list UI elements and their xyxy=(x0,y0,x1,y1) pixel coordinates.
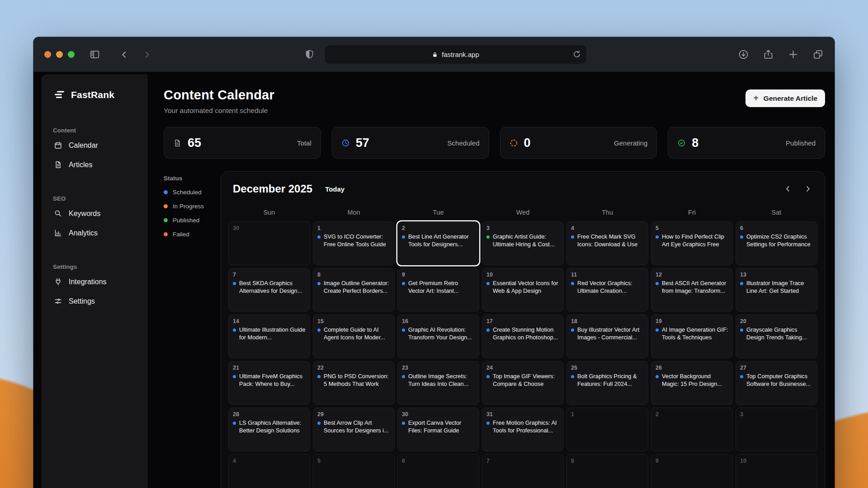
calendar-day-cell[interactable]: 5 xyxy=(313,454,395,488)
calendar-day-cell[interactable]: 10 xyxy=(736,454,817,488)
calendar-day-cell[interactable]: 23Outline Image Secrets: Turn Ideas Into… xyxy=(397,361,479,405)
stat-card-generating: 0Generating xyxy=(500,127,657,159)
share-icon[interactable] xyxy=(763,49,774,60)
calendar-day-cell[interactable]: 5How to Find Perfect Clip Art Eye Graphi… xyxy=(651,221,733,265)
calendar-event[interactable]: LS Graphics Alternative: Better Design S… xyxy=(233,419,306,434)
calendar-day-cell[interactable]: 6Optimize CS2 Graphics Settings for Perf… xyxy=(736,221,817,265)
calendar-day-cell[interactable]: 30Export Canva Vector Files: Format Guid… xyxy=(397,408,479,451)
calendar-day-cell[interactable]: 3Graphic Artist Guide: Ultimate Hiring &… xyxy=(482,221,564,265)
calendar-day-cell[interactable]: 19AI Image Generation GIF: Tools & Techn… xyxy=(651,314,733,358)
forward-button[interactable] xyxy=(142,50,152,60)
calendar-day-cell[interactable]: 25Bolt Graphics Pricing & Features: Full… xyxy=(566,361,648,405)
calendar-day-cell[interactable]: 15Complete Guide to AI Agent Icons for M… xyxy=(313,314,395,358)
close-window-button[interactable] xyxy=(44,51,51,58)
calendar-day-cell[interactable]: 18Buy Illustrator Vector Art Images - Co… xyxy=(566,314,648,358)
calendar-event[interactable]: Top Image GIF Viewers: Compare & Choose xyxy=(486,373,559,388)
sidebar-toggle-icon[interactable] xyxy=(89,49,100,60)
calendar-day-cell[interactable]: 8 xyxy=(566,454,648,488)
calendar-event[interactable]: Illustrator Image Trace Line Art: Get St… xyxy=(740,280,813,295)
calendar-day-cell[interactable]: 26Vector Background Magic: 15 Pro Design… xyxy=(651,361,733,405)
calendar-day-cell-today[interactable]: 2Best Line Art Generator Tools for Desig… xyxy=(397,221,479,265)
calendar-day-cell[interactable]: 4 xyxy=(228,454,310,488)
calendar-day-cell[interactable]: 7Best SKDA Graphics Alternatives for Des… xyxy=(228,268,310,312)
calendar-event[interactable]: Essential Vector Icons for Web & App Des… xyxy=(486,280,559,295)
calendar-event[interactable]: Red Vector Graphics: Ultimate Creation..… xyxy=(571,280,644,295)
today-button[interactable]: Today xyxy=(325,185,344,193)
calendar-day-cell[interactable]: 10Essential Vector Icons for Web & App D… xyxy=(482,268,564,312)
calendar-event[interactable]: Bolt Graphics Pricing & Features: Full 2… xyxy=(571,373,644,388)
sidebar-item-settings[interactable]: Settings xyxy=(53,291,136,311)
calendar-day-cell[interactable]: 9 xyxy=(651,454,733,488)
calendar-day-cell[interactable]: 24Top Image GIF Viewers: Compare & Choos… xyxy=(482,361,564,405)
calendar-day-cell[interactable]: 6 xyxy=(397,454,479,488)
calendar-event[interactable]: Ultimate Illustration Guide for Modern..… xyxy=(233,326,306,341)
calendar-day-cell[interactable]: 1SVG to ICO Converter: Free Online Tools… xyxy=(313,221,395,265)
calendar-event[interactable]: Free Motion Graphics: AI Tools for Profe… xyxy=(486,419,559,434)
tab-overview-icon[interactable] xyxy=(812,49,824,60)
sidebar-item-keywords[interactable]: Keywords xyxy=(53,204,136,223)
calendar-event[interactable]: SVG to ICO Converter: Free Online Tools … xyxy=(317,233,390,248)
calendar-day-cell[interactable]: 31Free Motion Graphics: AI Tools for Pro… xyxy=(482,408,564,451)
calendar-event[interactable]: Vector Background Magic: 15 Pro Design..… xyxy=(656,373,728,388)
calendar-event[interactable]: Free Check Mark SVG Icons: Download & Us… xyxy=(571,233,644,248)
legend-item-published: Published xyxy=(164,217,211,224)
calendar-day-cell[interactable]: 20Grayscale Graphics Design Trends Takin… xyxy=(736,314,817,358)
minimize-window-button[interactable] xyxy=(56,51,63,58)
calendar-event[interactable]: Complete Guide to AI Agent Icons for Mod… xyxy=(317,326,390,341)
calendar-day-cell[interactable]: 2 xyxy=(651,408,733,451)
calendar-event[interactable]: Graphic Artist Guide: Ultimate Hiring & … xyxy=(486,233,559,248)
calendar-event[interactable]: Create Stunning Motion Graphics on Photo… xyxy=(486,326,559,341)
sidebar-item-articles[interactable]: Articles xyxy=(53,155,136,174)
calendar-event[interactable]: Buy Illustrator Vector Art Images - Comm… xyxy=(571,326,644,341)
calendar-event[interactable]: Top Computer Graphics Software for Busin… xyxy=(740,373,813,388)
zoom-window-button[interactable] xyxy=(68,51,75,58)
downloads-icon[interactable] xyxy=(738,49,749,60)
calendar-event[interactable]: Get Premium Retro Vector Art: Instant... xyxy=(402,280,475,295)
calendar-event[interactable]: Export Canva Vector Files: Format Guide xyxy=(402,419,475,434)
privacy-shield-icon[interactable] xyxy=(304,49,315,60)
new-tab-icon[interactable] xyxy=(788,49,799,60)
calendar-event[interactable]: Best ASCII Art Generator from Image: Tra… xyxy=(656,280,728,295)
calendar-event[interactable]: Graphic AI Revolution: Transform Your De… xyxy=(402,326,475,341)
sidebar-item-integrations[interactable]: Integrations xyxy=(53,272,136,291)
calendar-day-cell[interactable]: 21Ultimate FiveM Graphics Pack: Where to… xyxy=(228,361,310,405)
calendar-event[interactable]: Image Outline Generator: Create Perfect … xyxy=(317,280,390,295)
calendar-day-cell[interactable]: 3 xyxy=(736,408,817,451)
reload-icon[interactable] xyxy=(572,50,581,59)
calendar-day-cell[interactable]: 8Image Outline Generator: Create Perfect… xyxy=(313,268,395,312)
back-button[interactable] xyxy=(119,50,129,60)
calendar-day-cell[interactable]: 7 xyxy=(482,454,564,488)
calendar-day-cell[interactable]: 4Free Check Mark SVG Icons: Download & U… xyxy=(566,221,648,265)
calendar-event[interactable]: Optimize CS2 Graphics Settings for Perfo… xyxy=(740,233,813,248)
sidebar-item-calendar[interactable]: Calendar xyxy=(53,136,136,155)
calendar-event[interactable]: Grayscale Graphics Design Trends Taking.… xyxy=(740,326,813,341)
calendar-event[interactable]: Outline Image Secrets: Turn Ideas Into C… xyxy=(402,373,475,388)
app-logo[interactable]: FastRank xyxy=(53,89,136,101)
calendar-day-cell[interactable]: 1 xyxy=(566,408,648,451)
calendar-event[interactable]: Best Line Art Generator Tools for Design… xyxy=(402,233,475,248)
calendar-day-cell[interactable]: 17Create Stunning Motion Graphics on Pho… xyxy=(482,314,564,358)
calendar-day-cell[interactable]: 16Graphic AI Revolution: Transform Your … xyxy=(397,314,479,358)
calendar-day-cell[interactable]: 12Best ASCII Art Generator from Image: T… xyxy=(651,268,733,312)
calendar-event[interactable]: Best SKDA Graphics Alternatives for Desi… xyxy=(233,280,306,295)
calendar-day-cell[interactable]: 28LS Graphics Alternative: Better Design… xyxy=(228,408,310,451)
calendar-day-cell[interactable]: 29Best Arrow Clip Art Sources for Design… xyxy=(313,408,395,451)
calendar-event[interactable]: PNG to PSD Conversion: 5 Methods That Wo… xyxy=(317,373,390,388)
next-month-button[interactable] xyxy=(802,183,814,195)
address-bar[interactable]: fastrank.app xyxy=(325,45,586,64)
calendar-day-cell[interactable]: 9Get Premium Retro Vector Art: Instant..… xyxy=(397,268,479,312)
calendar-day-cell[interactable]: 27Top Computer Graphics Software for Bus… xyxy=(736,361,817,405)
generate-article-button[interactable]: + Generate Article xyxy=(745,89,825,107)
calendar-day-cell[interactable]: 11Red Vector Graphics: Ultimate Creation… xyxy=(566,268,648,312)
calendar-day-cell[interactable]: 30 xyxy=(228,221,310,265)
calendar-day-cell[interactable]: 22PNG to PSD Conversion: 5 Methods That … xyxy=(313,361,395,405)
calendar-event[interactable]: AI Image Generation GIF: Tools & Techniq… xyxy=(656,326,728,341)
prev-month-button[interactable] xyxy=(782,183,794,195)
calendar-event[interactable]: Ultimate FiveM Graphics Pack: Where to B… xyxy=(233,373,306,388)
calendar-event[interactable]: How to Find Perfect Clip Art Eye Graphic… xyxy=(656,233,728,248)
calendar-event[interactable]: Best Arrow Clip Art Sources for Designer… xyxy=(317,419,390,434)
day-number: 5 xyxy=(317,458,390,464)
sidebar-item-analytics[interactable]: Analytics xyxy=(53,223,136,243)
calendar-day-cell[interactable]: 14Ultimate Illustration Guide for Modern… xyxy=(228,314,310,358)
calendar-day-cell[interactable]: 13Illustrator Image Trace Line Art: Get … xyxy=(736,268,817,312)
